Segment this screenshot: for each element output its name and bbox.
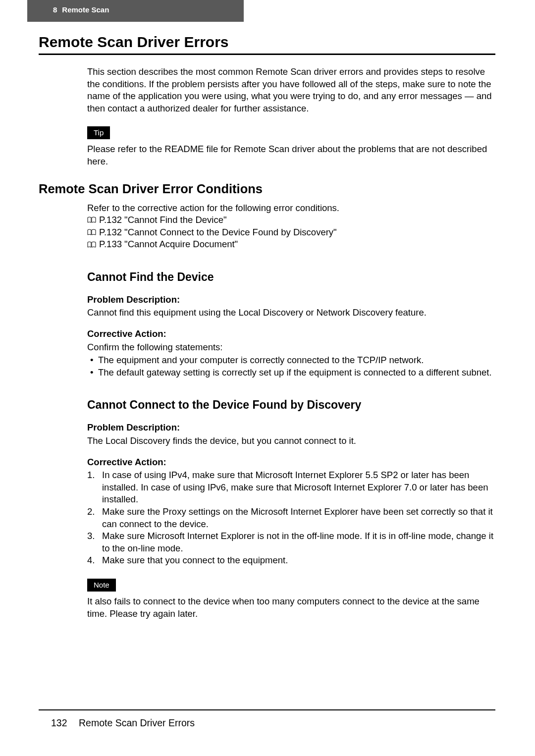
list-item: 2.Make sure the Proxy settings on the Mi… (87, 506, 495, 530)
book-icon (87, 229, 96, 236)
section-title-conditions: Remote Scan Driver Error Conditions (39, 182, 495, 196)
note-badge: Note (87, 579, 116, 592)
ref-item: P.133 "Cannot Acquire Document" (87, 238, 495, 251)
title-rule (39, 54, 495, 55)
chapter-header: 8 Remote Scan (27, 0, 244, 22)
subsection-body: Problem Description: Cannot find this eq… (39, 294, 495, 379)
corrective-action-label: Corrective Action: (87, 456, 495, 469)
footer-title: Remote Scan Driver Errors (79, 717, 195, 728)
list-item: 1.In case of using IPv4, make sure that … (87, 469, 495, 506)
ref-item: P.132 "Cannot Find the Device" (87, 214, 495, 226)
chapter-title: Remote Scan (57, 5, 109, 14)
reference-block: Refer to the corrective action for the f… (39, 202, 495, 251)
problem-description-label: Problem Description: (87, 294, 495, 306)
list-item: 3.Make sure Microsoft Internet Explorer … (87, 530, 495, 554)
page-content: Remote Scan Driver Errors This section d… (39, 34, 495, 620)
ref-text: P.132 "Cannot Connect to the Device Foun… (99, 226, 337, 239)
list-item: The default gateway setting is correctly… (87, 367, 495, 379)
page-footer: 132 Remote Scan Driver Errors (51, 717, 195, 729)
page-title: Remote Scan Driver Errors (39, 34, 495, 51)
ref-item: P.132 "Cannot Connect to the Device Foun… (87, 226, 495, 239)
subsection-title: Cannot Connect to the Device Found by Di… (39, 398, 495, 412)
tip-text: Please refer to the README file for Remo… (87, 143, 495, 167)
note-text: It also fails to connect to the device w… (87, 595, 495, 620)
ref-text: P.132 "Cannot Find the Device" (99, 214, 227, 226)
intro-text: This section describes the most common R… (87, 66, 495, 114)
chapter-number: 8 (27, 5, 57, 14)
ref-text: P.133 "Cannot Acquire Document" (99, 238, 238, 251)
intro-block: This section describes the most common R… (39, 66, 495, 168)
problem-description-text: Cannot find this equipment using the Loc… (87, 307, 495, 319)
book-icon (87, 216, 96, 223)
page-number: 132 (51, 717, 76, 728)
ref-intro: Refer to the corrective action for the f… (87, 202, 495, 215)
tip-badge: Tip (87, 126, 110, 139)
corrective-action-intro: Confirm the following statements: (87, 341, 495, 354)
corrective-action-list: The equipment and your computer is corre… (87, 354, 495, 378)
problem-description-text: The Local Discovery finds the device, bu… (87, 435, 495, 447)
footer-rule (39, 709, 495, 710)
book-icon (87, 241, 96, 248)
subsection-body: Problem Description: The Local Discovery… (39, 422, 495, 620)
list-item: 4.Make sure that you connect to the equi… (87, 554, 495, 567)
list-item: The equipment and your computer is corre… (87, 354, 495, 367)
subsection-title: Cannot Find the Device (39, 270, 495, 284)
corrective-action-list: 1.In case of using IPv4, make sure that … (87, 469, 495, 567)
problem-description-label: Problem Description: (87, 422, 495, 434)
corrective-action-label: Corrective Action: (87, 328, 495, 340)
